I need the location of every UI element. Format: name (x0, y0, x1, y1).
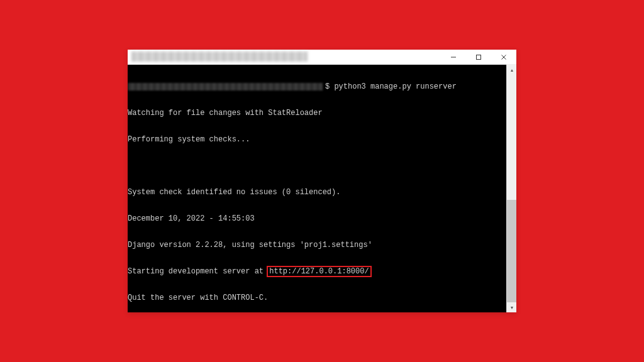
output-line: Quit the server with CONTROL-C. (128, 293, 506, 302)
scroll-down-arrow-icon[interactable]: ▾ (507, 302, 516, 312)
window-controls (441, 50, 516, 64)
maximize-button[interactable] (466, 50, 491, 64)
output-line (128, 162, 506, 170)
scroll-up-arrow-icon[interactable]: ▴ (507, 65, 516, 75)
output-line: Performing system checks... (128, 135, 506, 144)
scroll-thumb[interactable] (507, 200, 516, 302)
window-body: $ python3 manage.py runserver Watching f… (128, 65, 516, 312)
terminal-window: $ python3 manage.py runserver Watching f… (128, 50, 516, 312)
output-line: December 10, 2022 - 14:55:03 (128, 214, 506, 223)
svg-rect-1 (477, 55, 481, 59)
command-line: $ python3 manage.py runserver (128, 82, 506, 91)
server-line-prefix: Starting development server at (128, 267, 268, 276)
window-title-redacted (131, 52, 308, 62)
prompt-path-redacted (128, 83, 323, 90)
output-line: Django version 2.2.28, using settings 'p… (128, 241, 506, 250)
entered-command: python3 manage.py runserver (334, 82, 456, 91)
terminal-output[interactable]: $ python3 manage.py runserver Watching f… (128, 65, 506, 312)
scroll-track[interactable] (507, 75, 516, 302)
vertical-scrollbar[interactable]: ▴ ▾ (506, 65, 516, 312)
minimize-button[interactable] (441, 50, 466, 64)
prompt-dollar: $ (325, 82, 334, 91)
close-button[interactable] (491, 50, 516, 64)
output-line: Watching for file changes with StatReloa… (128, 109, 506, 118)
output-line: System check identified no issues (0 sil… (128, 188, 506, 197)
server-url-highlighted: http://127.0.0.1:8000/ (267, 266, 371, 277)
titlebar[interactable] (128, 50, 516, 65)
output-line: Starting development server at http://12… (128, 267, 506, 276)
